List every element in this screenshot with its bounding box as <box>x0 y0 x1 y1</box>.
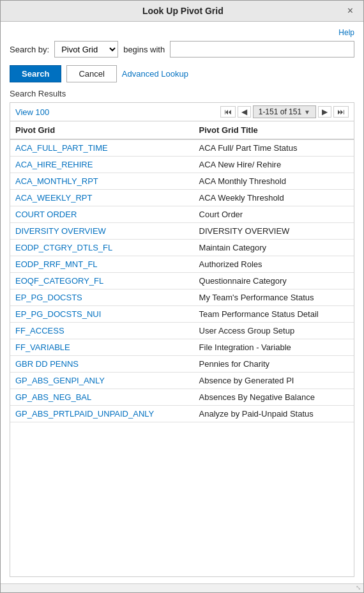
cancel-button[interactable]: Cancel <box>66 65 116 82</box>
pivot-grid-title: Absences By Negative Balance <box>194 389 354 406</box>
table-row: ACA_MONTHLY_RPTACA Monthly Threshold <box>10 173 354 190</box>
pivot-grid-link[interactable]: GP_ABS_GENPI_ANLY <box>10 373 194 389</box>
resize-handle[interactable]: ⤡ <box>356 585 362 591</box>
pivot-grid-link[interactable]: GP_ABS_NEG_BAL <box>10 389 194 406</box>
pivot-grid-link[interactable]: FF_VARIABLE <box>10 339 194 356</box>
pivot-grid-link[interactable]: EODP_CTGRY_DTLS_FL <box>10 240 194 256</box>
pivot-grid-title: ACA Monthly Threshold <box>194 173 354 190</box>
pivot-grid-title: File Integration - Variable <box>194 339 354 356</box>
pivot-grid-title: Questionnaire Category <box>194 273 354 289</box>
search-button[interactable]: Search <box>10 65 61 82</box>
col-pivot-grid: Pivot Grid <box>10 121 194 139</box>
pivot-grid-link[interactable]: ACA_WEEKLY_RPT <box>10 190 194 206</box>
table-row: GBR DD PENNSPennies for Charity <box>10 356 354 373</box>
pivot-grid-title: Analyze by Paid-Unpaid Status <box>194 406 354 422</box>
results-table-container: View 100 ⏮ ◀ 1-151 of 151 ▼ ▶ ⏭ <box>10 102 354 577</box>
last-page-button[interactable]: ⏭ <box>333 106 349 118</box>
results-table: Pivot Grid Pivot Grid Title ACA_FULL_PAR… <box>10 121 354 422</box>
table-row: FF_ACCESSUser Access Group Setup <box>10 323 354 339</box>
col-pivot-grid-title: Pivot Grid Title <box>194 121 354 139</box>
begins-with-label: begins with <box>123 45 165 54</box>
pivot-grid-link[interactable]: COURT ORDER <box>10 206 194 223</box>
button-row: Search Cancel Advanced Lookup <box>10 65 354 82</box>
search-input[interactable] <box>170 41 354 58</box>
table-row: DIVERSITY OVERVIEWDIVERSITY OVERVIEW <box>10 223 354 240</box>
dialog-body: Help Search by: Pivot Grid begins with S… <box>1 22 363 583</box>
table-row: GP_ABS_NEG_BALAbsences By Negative Balan… <box>10 389 354 406</box>
table-row: GP_ABS_PRTLPAID_UNPAID_ANLYAnalyze by Pa… <box>10 406 354 422</box>
pivot-grid-link[interactable]: ACA_MONTHLY_RPT <box>10 173 194 190</box>
pivot-grid-title: Absence by Generated PI <box>194 373 354 389</box>
pivot-grid-link[interactable]: EOQF_CATEGORY_FL <box>10 273 194 289</box>
pivot-grid-title: ACA Weekly Threshold <box>194 190 354 206</box>
pivot-grid-link[interactable]: GP_ABS_PRTLPAID_UNPAID_ANLY <box>10 406 194 422</box>
pivot-grid-link[interactable]: EP_PG_DOCSTS <box>10 289 194 306</box>
pivot-grid-link[interactable]: ACA_HIRE_REHIRE <box>10 157 194 173</box>
dialog-footer: ⤡ <box>1 583 363 592</box>
pagination-range-text: 1-151 of 151 <box>259 107 301 116</box>
pagination-bar: View 100 ⏮ ◀ 1-151 of 151 ▼ ▶ ⏭ <box>10 103 354 121</box>
pivot-grid-link[interactable]: EODP_RRF_MNT_FL <box>10 256 194 273</box>
search-results-label: Search Results <box>10 89 354 98</box>
pivot-grid-link[interactable]: GBR DD PENNS <box>10 356 194 373</box>
table-wrapper: Pivot Grid Pivot Grid Title ACA_FULL_PAR… <box>10 121 354 576</box>
pivot-grid-title: Court Order <box>194 206 354 223</box>
pagination-range-arrow[interactable]: ▼ <box>304 109 310 116</box>
lookup-pivot-grid-dialog: Look Up Pivot Grid × Help Search by: Piv… <box>0 0 364 593</box>
pivot-grid-title: ACA New Hire/ Rehire <box>194 157 354 173</box>
title-bar: Look Up Pivot Grid × <box>1 1 363 22</box>
table-row: COURT ORDERCourt Order <box>10 206 354 223</box>
pivot-grid-title: My Team's Performance Status <box>194 289 354 306</box>
help-link[interactable]: Help <box>10 28 354 37</box>
pivot-grid-title: ACA Full/ Part Time Status <box>194 139 354 157</box>
pivot-grid-link[interactable]: DIVERSITY OVERVIEW <box>10 223 194 240</box>
table-row: FF_VARIABLEFile Integration - Variable <box>10 339 354 356</box>
table-row: EP_PG_DOCSTS_NUITeam Performance Status … <box>10 306 354 323</box>
next-page-button[interactable]: ▶ <box>318 106 331 118</box>
pivot-grid-link[interactable]: EP_PG_DOCSTS_NUI <box>10 306 194 323</box>
prev-page-button[interactable]: ◀ <box>238 106 251 118</box>
pagination-range: 1-151 of 151 ▼ <box>253 105 316 118</box>
table-row: GP_ABS_GENPI_ANLYAbsence by Generated PI <box>10 373 354 389</box>
table-row: EODP_RRF_MNT_FLAuthorized Roles <box>10 256 354 273</box>
first-page-button[interactable]: ⏮ <box>220 106 236 118</box>
close-button[interactable]: × <box>345 6 356 16</box>
search-by-label: Search by: <box>10 45 49 54</box>
pivot-grid-link[interactable]: FF_ACCESS <box>10 323 194 339</box>
table-row: EP_PG_DOCSTSMy Team's Performance Status <box>10 289 354 306</box>
view-100-link[interactable]: View 100 <box>15 107 216 117</box>
pivot-grid-title: Pennies for Charity <box>194 356 354 373</box>
table-row: ACA_WEEKLY_RPTACA Weekly Threshold <box>10 190 354 206</box>
dialog-title: Look Up Pivot Grid <box>21 6 345 16</box>
search-by-select[interactable]: Pivot Grid <box>54 41 118 58</box>
pivot-grid-title: Maintain Category <box>194 240 354 256</box>
pagination-controls: ⏮ ◀ 1-151 of 151 ▼ ▶ ⏭ <box>220 105 349 118</box>
pivot-grid-title: User Access Group Setup <box>194 323 354 339</box>
table-row: ACA_HIRE_REHIREACA New Hire/ Rehire <box>10 157 354 173</box>
table-row: EODP_CTGRY_DTLS_FLMaintain Category <box>10 240 354 256</box>
table-row: EOQF_CATEGORY_FLQuestionnaire Category <box>10 273 354 289</box>
table-row: ACA_FULL_PART_TIMEACA Full/ Part Time St… <box>10 139 354 157</box>
search-row: Search by: Pivot Grid begins with <box>10 41 354 58</box>
pivot-grid-title: Authorized Roles <box>194 256 354 273</box>
pivot-grid-link[interactable]: ACA_FULL_PART_TIME <box>10 139 194 157</box>
pivot-grid-title: DIVERSITY OVERVIEW <box>194 223 354 240</box>
advanced-lookup-link[interactable]: Advanced Lookup <box>122 69 188 79</box>
pivot-grid-title: Team Performance Status Detail <box>194 306 354 323</box>
